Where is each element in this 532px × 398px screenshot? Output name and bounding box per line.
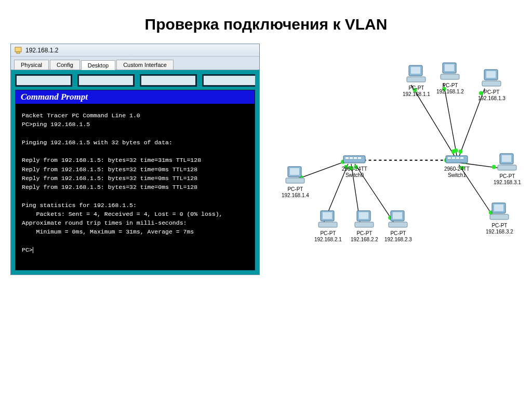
app-tile[interactable] [202, 74, 255, 87]
command-prompt-window: Command Prompt Packet Tracer PC Command … [15, 90, 255, 270]
svg-rect-0 [15, 47, 21, 52]
command-prompt-body[interactable]: Packet Tracer PC Command Line 1.0 PC>pin… [16, 104, 255, 270]
svg-rect-36 [445, 64, 454, 71]
device-name: Switch0 [342, 172, 367, 179]
svg-rect-61 [350, 157, 353, 159]
tab-config[interactable]: Config [50, 60, 80, 70]
device-ip: 192.168.2.2 [351, 237, 378, 243]
text-cursor [33, 247, 33, 253]
device-pc[interactable]: PC-PT 192.168.1.3 [478, 68, 506, 102]
pc-window: 192.168.1.2 Physical Config Desktop Cust… [10, 44, 260, 275]
command-prompt-title: Command Prompt [16, 90, 255, 104]
svg-rect-59 [343, 156, 365, 163]
device-label: PC-PT [282, 186, 309, 193]
svg-rect-55 [355, 222, 374, 227]
device-ip: 192.168.1.4 [282, 193, 309, 199]
svg-rect-65 [448, 157, 451, 159]
device-ip: 192.168.3.1 [494, 180, 521, 186]
device-ip: 192.168.2.3 [384, 237, 412, 243]
device-ip: 192.168.1.3 [478, 95, 506, 102]
device-pc[interactable]: PC-PT 192.168.1.1 [403, 64, 430, 98]
svg-rect-52 [318, 222, 337, 227]
device-switch[interactable]: 2960-24TT Switch1 [444, 154, 470, 179]
device-ip: 192.168.2.1 [314, 237, 342, 243]
tab-custom[interactable]: Custom Interface [116, 60, 174, 70]
svg-rect-67 [456, 157, 459, 159]
device-label: 2960-24TT [342, 166, 367, 172]
device-pc[interactable]: PC-PT 192.168.3.2 [486, 202, 513, 235]
pc-icon [14, 46, 22, 54]
network-topology: PC-PT 192.168.1.1 PC-PT 192.168.1.2 PC-P… [265, 44, 522, 262]
slide-title: Проверка подключения к VLAN [0, 0, 532, 44]
app-tile[interactable] [15, 74, 72, 87]
svg-rect-46 [490, 214, 509, 219]
svg-rect-58 [389, 222, 407, 227]
device-pc[interactable]: PC-PT 192.168.3.1 [494, 153, 521, 186]
device-name: Switch1 [444, 172, 470, 179]
svg-rect-48 [290, 168, 299, 175]
tab-desktop[interactable]: Desktop [81, 60, 115, 70]
device-label: PC-PT [478, 89, 506, 95]
tab-bar: Physical Config Desktop Custom Interface [11, 57, 259, 70]
svg-rect-40 [482, 81, 501, 86]
app-row [15, 74, 255, 87]
device-label: PC-PT [494, 173, 521, 180]
device-pc[interactable]: PC-PT 192.168.1.2 [436, 62, 464, 95]
app-tile[interactable] [77, 74, 135, 87]
svg-rect-37 [441, 74, 459, 79]
device-label: 2960-24TT [444, 166, 470, 172]
svg-point-18 [458, 149, 462, 154]
device-ip: 192.168.1.2 [436, 89, 464, 95]
device-switch[interactable]: 2960-24TT Switch0 [342, 154, 367, 179]
device-pc[interactable]: PC-PT 192.168.2.2 [351, 210, 378, 243]
desktop-panel: Command Prompt Packet Tracer PC Command … [11, 70, 259, 275]
device-pc[interactable]: PC-PT 192.168.2.3 [384, 210, 412, 243]
svg-point-16 [454, 148, 458, 153]
svg-rect-62 [354, 157, 357, 159]
device-label: PC-PT [314, 230, 342, 237]
device-ip: 192.168.3.2 [486, 229, 513, 235]
svg-rect-60 [345, 157, 349, 159]
device-pc[interactable]: PC-PT 192.168.1.4 [282, 166, 309, 199]
device-label: PC-PT [351, 230, 378, 237]
window-titlebar[interactable]: 192.168.1.2 [11, 44, 259, 57]
app-tile[interactable] [140, 74, 197, 87]
svg-rect-66 [452, 157, 455, 159]
svg-rect-49 [286, 178, 304, 183]
device-pc[interactable]: PC-PT 192.168.2.1 [314, 210, 342, 243]
svg-rect-45 [494, 204, 503, 211]
svg-rect-34 [407, 77, 425, 82]
device-label: PC-PT [486, 223, 513, 229]
svg-rect-43 [498, 165, 516, 170]
svg-rect-64 [446, 156, 468, 163]
svg-rect-39 [486, 71, 496, 78]
svg-rect-42 [502, 155, 511, 162]
svg-rect-1 [17, 52, 20, 53]
svg-rect-54 [359, 212, 368, 219]
svg-rect-68 [460, 157, 463, 159]
device-label: PC-PT [384, 230, 412, 237]
tab-physical[interactable]: Physical [14, 60, 49, 70]
svg-rect-51 [323, 212, 332, 219]
device-label: PC-PT [403, 85, 430, 91]
device-label: PC-PT [436, 83, 464, 89]
svg-rect-57 [393, 212, 402, 219]
device-ip: 192.168.1.1 [403, 91, 430, 98]
svg-rect-63 [358, 157, 361, 159]
window-title: 192.168.1.2 [25, 47, 58, 54]
svg-rect-33 [411, 67, 420, 74]
